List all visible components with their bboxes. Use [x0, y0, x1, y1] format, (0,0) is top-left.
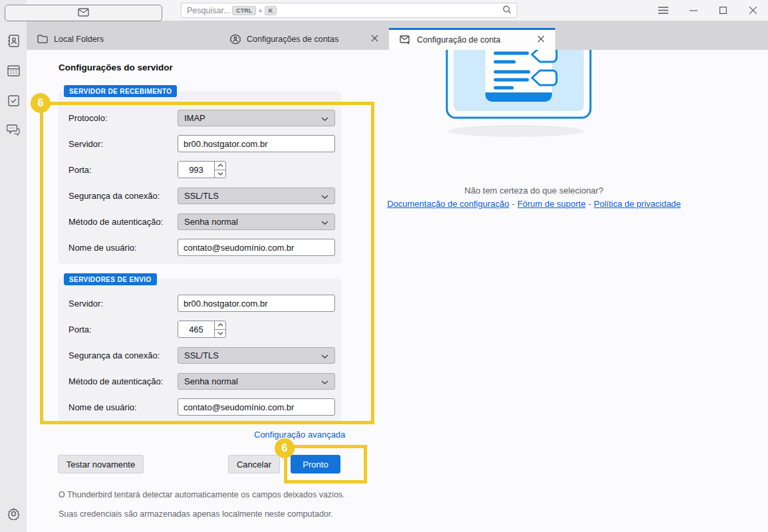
outgoing-port-label: Porta:	[68, 325, 178, 334]
chat-space-button[interactable]	[5, 124, 22, 138]
kbd-k: K	[265, 6, 277, 15]
stepper-up-icon[interactable]	[215, 162, 225, 170]
annotation-step-badge: 6	[31, 93, 51, 113]
cancel-button[interactable]: Cancelar	[228, 455, 280, 473]
close-tab-icon[interactable]	[535, 34, 547, 46]
incoming-security-label: Segurança da conexão:	[68, 191, 178, 201]
close-window-button[interactable]	[738, 0, 768, 21]
tab-label: Configuração de conta	[417, 35, 501, 45]
autodetect-note: O Thunderbird tentará detectar automatic…	[59, 490, 345, 499]
search-placeholder: Pesquisar...	[187, 6, 230, 15]
window-controls	[648, 0, 768, 21]
outgoing-security-label: Segurança da conexão:	[68, 350, 178, 360]
chevron-down-icon	[321, 191, 328, 201]
account-settings-icon	[230, 34, 241, 45]
app-menu-button[interactable]	[648, 0, 678, 21]
outgoing-username-input[interactable]	[178, 398, 335, 416]
chevron-down-icon	[321, 113, 328, 123]
address-book-icon	[7, 35, 19, 50]
tab-account-setup[interactable]: Configuração de conta	[389, 28, 555, 50]
privacy-policy-link[interactable]: Política de privacidade	[594, 199, 681, 209]
global-search[interactable]: Pesquisar... CTRL + K	[181, 3, 517, 18]
tab-local-folders[interactable]: Local Folders	[27, 28, 219, 50]
maximize-button[interactable]	[708, 0, 738, 21]
incoming-username-label: Nome de usuário:	[68, 243, 178, 253]
done-button[interactable]: Pronto	[291, 455, 340, 473]
illustration-shadow	[448, 125, 584, 137]
retest-button[interactable]: Testar novamente	[58, 455, 144, 473]
mail-icon	[78, 8, 89, 19]
calendar-icon	[7, 65, 20, 79]
tasks-space-button[interactable]	[5, 94, 22, 109]
chevron-down-icon	[321, 376, 328, 386]
incoming-port-label: Porta:	[68, 165, 178, 175]
advanced-config-link[interactable]: Configuração avançada	[254, 430, 345, 440]
outgoing-server-input[interactable]	[178, 295, 335, 312]
chat-icon	[7, 124, 20, 138]
outgoing-auth-select[interactable]: Senha normal	[178, 373, 335, 390]
page-title: Configurações do servidor	[59, 63, 173, 72]
outgoing-server-label: Servidor:	[68, 299, 178, 309]
kbd-plus: +	[258, 7, 262, 15]
incoming-auth-label: Método de autenticação:	[68, 217, 178, 227]
mail-space-button[interactable]	[5, 5, 162, 21]
incoming-server-badge: SERVIDOR DE RECEBIMENTO	[64, 85, 177, 97]
tab-label: Local Folders	[54, 35, 104, 44]
incoming-server-label: Servidor:	[68, 139, 178, 149]
incoming-server-panel: Protocolo: IMAP Servidor: Porta: Seguran…	[58, 91, 341, 264]
account-setup-illustration	[439, 50, 598, 140]
outgoing-server-panel: Servidor: Porta: Segurança da conexão: S…	[58, 279, 341, 422]
addressbook-space-button[interactable]	[5, 35, 22, 49]
outgoing-username-label: Nome de usuário:	[68, 402, 178, 412]
outgoing-server-badge: SERVIDORES DE ENVIO	[64, 273, 157, 285]
incoming-security-select[interactable]: SSL/TLS	[178, 188, 335, 204]
incoming-server-input[interactable]	[178, 135, 335, 152]
gear-icon	[7, 507, 20, 523]
calendar-space-button[interactable]	[5, 65, 22, 79]
outgoing-auth-label: Método de autenticação:	[68, 376, 178, 386]
outgoing-port-stepper[interactable]	[178, 321, 226, 338]
stepper-down-icon[interactable]	[215, 330, 225, 338]
spaces-sidebar	[0, 0, 27, 532]
incoming-username-input[interactable]	[178, 239, 335, 256]
account-setup-page: Configurações do servidor SERVIDOR DE RE…	[27, 50, 768, 532]
protocol-select[interactable]: IMAP	[178, 110, 335, 126]
kbd-ctrl: CTRL	[232, 6, 256, 15]
documentation-link[interactable]: Documentação de configuração	[387, 199, 509, 209]
chevron-down-icon	[321, 350, 328, 360]
outgoing-port-input[interactable]	[178, 321, 214, 337]
folder-icon	[37, 35, 48, 43]
mail-new-icon	[400, 35, 411, 45]
incoming-port-input[interactable]	[178, 162, 214, 178]
outgoing-security-select[interactable]: SSL/TLS	[178, 347, 335, 364]
stepper-down-icon[interactable]	[215, 170, 225, 178]
support-forum-link[interactable]: Fórum de suporte	[517, 199, 586, 209]
search-icon	[503, 5, 511, 17]
tab-strip: Local Folders Configurações de contas Co…	[27, 21, 768, 50]
stepper-up-icon[interactable]	[215, 321, 225, 330]
protocol-label: Protocolo:	[68, 113, 178, 123]
incoming-port-stepper[interactable]	[178, 161, 226, 178]
chevron-down-icon	[321, 217, 328, 227]
credentials-note: Suas credenciais são armazenadas apenas …	[59, 509, 333, 519]
settings-space-button[interactable]	[5, 507, 22, 522]
tasks-icon	[8, 94, 19, 109]
tab-account-settings[interactable]: Configurações de contas	[219, 28, 389, 50]
help-question: Não tem certeza do que selecionar?	[386, 186, 682, 196]
minimize-button[interactable]	[678, 0, 708, 21]
tab-label: Configurações de contas	[247, 35, 338, 44]
close-tab-icon[interactable]	[368, 33, 381, 45]
help-links: Documentação de configuração-Fórum de su…	[366, 199, 702, 209]
incoming-auth-select[interactable]: Senha normal	[178, 213, 335, 230]
